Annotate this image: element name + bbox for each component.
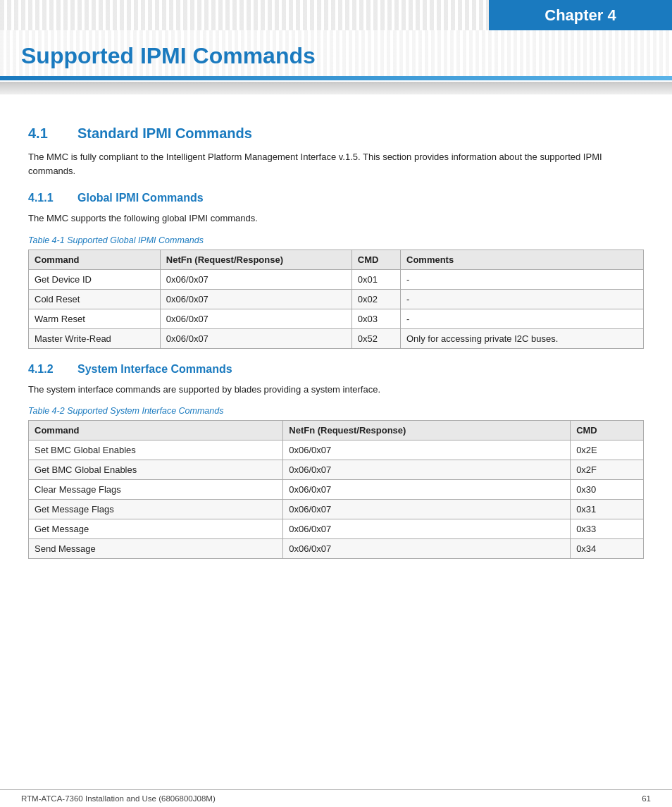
table-cell: 0x06/0x07 <box>283 460 571 480</box>
table-row: Get Message Flags0x06/0x070x31 <box>29 500 644 519</box>
table-cell: - <box>401 269 644 289</box>
header-pattern <box>0 0 489 30</box>
table-cell: 0x30 <box>571 480 644 500</box>
section-41-heading: 4.1 Standard IPMI Commands <box>28 125 644 142</box>
table-41-caption: Table 4-1 Supported Global IPMI Commands <box>28 235 644 245</box>
table-cell: 0x06/0x07 <box>283 539 571 559</box>
page-title-row: Supported IPMI Commands <box>0 30 672 76</box>
table-row: Get Device ID0x06/0x070x01- <box>29 269 644 289</box>
table-cell: - <box>401 309 644 328</box>
table-cell: 0x06/0x07 <box>283 480 571 500</box>
table-row: Get Message0x06/0x070x33 <box>29 519 644 539</box>
table-cell: 0x31 <box>571 500 644 519</box>
section-411-body: The MMC supports the following global IP… <box>28 211 644 226</box>
table-cell: 0x2F <box>571 460 644 480</box>
table-row: Set BMC Global Enables0x06/0x070x2E <box>29 441 644 460</box>
table-cell: - <box>401 289 644 309</box>
table-cell: 0x06/0x07 <box>160 289 351 309</box>
table-cell: Get Device ID <box>29 269 161 289</box>
table-cell: 0x33 <box>571 519 644 539</box>
table-42-col-command: Command <box>29 421 283 441</box>
table-cell: 0x06/0x07 <box>160 309 351 328</box>
table-cell: Master Write-Read <box>29 328 161 348</box>
page-title: Supported IPMI Commands <box>0 36 672 76</box>
section-41-title: Standard IPMI Commands <box>77 125 252 142</box>
section-412-num: 4.1.2 <box>28 363 77 376</box>
table-41: Command NetFn (Request/Response) CMD Com… <box>28 250 644 349</box>
table-row: Clear Message Flags0x06/0x070x30 <box>29 480 644 500</box>
table-cell: Clear Message Flags <box>29 480 283 500</box>
blue-separator <box>0 76 672 80</box>
table-cell: 0x06/0x07 <box>283 519 571 539</box>
main-content: 4.1 Standard IPMI Commands The MMC is fu… <box>0 94 672 615</box>
table-cell: 0x06/0x07 <box>283 500 571 519</box>
table-cell: Get BMC Global Enables <box>29 460 283 480</box>
section-412-heading: 4.1.2 System Interface Commands <box>28 363 644 376</box>
table-cell: 0x06/0x07 <box>160 328 351 348</box>
table-41-col-cmd: CMD <box>351 250 400 269</box>
section-412-title: System Interface Commands <box>77 363 232 376</box>
section-412-body: The system interface commands are suppor… <box>28 383 644 397</box>
footer-right: 61 <box>642 794 651 803</box>
table-cell: Cold Reset <box>29 289 161 309</box>
table-cell: Get Message Flags <box>29 500 283 519</box>
section-41-body: The MMC is fully compliant to the Intell… <box>28 150 644 178</box>
table-cell: 0x34 <box>571 539 644 559</box>
section-411-heading: 4.1.1 Global IPMI Commands <box>28 192 644 204</box>
table-41-col-netfn: NetFn (Request/Response) <box>160 250 351 269</box>
chapter-title: Chapter 4 <box>489 0 672 30</box>
table-42: Command NetFn (Request/Response) CMD Set… <box>28 420 644 559</box>
table-row: Send Message0x06/0x070x34 <box>29 539 644 559</box>
table-cell: Only for accessing private I2C buses. <box>401 328 644 348</box>
table-cell: Send Message <box>29 539 283 559</box>
table-row: Warm Reset0x06/0x070x03- <box>29 309 644 328</box>
footer-left: RTM-ATCA-7360 Installation and Use (6806… <box>21 794 216 803</box>
table-42-col-netfn: NetFn (Request/Response) <box>283 421 571 441</box>
table-41-col-command: Command <box>29 250 161 269</box>
table-cell: 0x06/0x07 <box>283 441 571 460</box>
section-41-num: 4.1 <box>28 125 77 142</box>
chapter-label: Chapter 4 <box>545 6 616 25</box>
footer: RTM-ATCA-7360 Installation and Use (6806… <box>0 789 672 807</box>
table-41-col-comments: Comments <box>401 250 644 269</box>
table-cell: Warm Reset <box>29 309 161 328</box>
table-row: Cold Reset0x06/0x070x02- <box>29 289 644 309</box>
gray-separator <box>0 82 672 94</box>
table-cell: 0x06/0x07 <box>160 269 351 289</box>
table-cell: Get Message <box>29 519 283 539</box>
table-cell: Set BMC Global Enables <box>29 441 283 460</box>
section-411-title: Global IPMI Commands <box>77 192 204 204</box>
table-cell: 0x2E <box>571 441 644 460</box>
section-411-num: 4.1.1 <box>28 192 77 204</box>
table-42-col-cmd: CMD <box>571 421 644 441</box>
table-42-caption: Table 4-2 Supported System Interface Com… <box>28 406 644 416</box>
table-cell: 0x01 <box>351 269 400 289</box>
table-row: Get BMC Global Enables0x06/0x070x2F <box>29 460 644 480</box>
table-cell: 0x52 <box>351 328 400 348</box>
table-cell: 0x03 <box>351 309 400 328</box>
chapter-header: Chapter 4 <box>0 0 672 30</box>
table-cell: 0x02 <box>351 289 400 309</box>
table-row: Master Write-Read0x06/0x070x52Only for a… <box>29 328 644 348</box>
